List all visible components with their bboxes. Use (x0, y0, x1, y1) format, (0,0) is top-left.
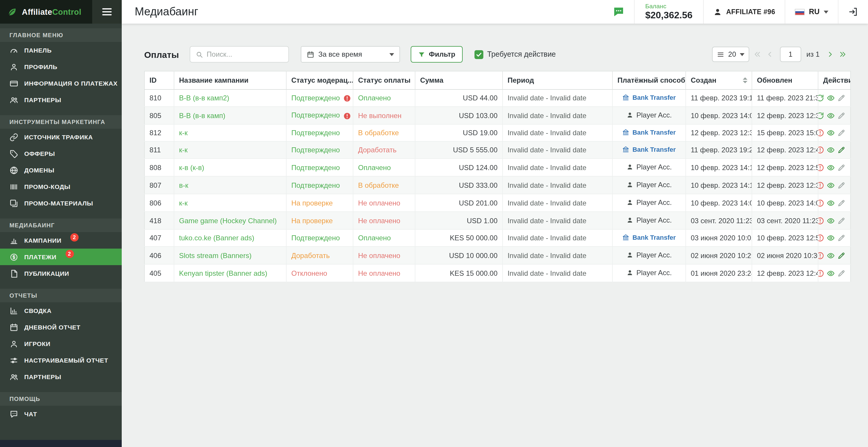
first-page-button[interactable] (753, 50, 762, 59)
campaign-link[interactable]: В-В (в-в камп) (179, 111, 225, 120)
sidebar-item-offers[interactable]: ОФФЕРЫ (0, 145, 122, 162)
eye-icon[interactable] (827, 111, 835, 120)
pencil-icon[interactable] (837, 111, 845, 120)
logo[interactable]: AffiliateControl (0, 0, 92, 24)
alert-icon[interactable] (818, 234, 824, 242)
pencil-icon[interactable] (837, 181, 845, 189)
payment-method-link[interactable]: Bank Transfer (622, 233, 676, 241)
sidebar-item-payment-info[interactable]: ИНФОРМАЦИЯ О ПЛАТЕЖАХ (0, 75, 122, 92)
prev-page-button[interactable] (766, 50, 774, 59)
eye-icon[interactable] (827, 269, 835, 277)
page-size-select[interactable]: 20 (712, 46, 749, 62)
hamburger-menu-button[interactable] (92, 0, 122, 24)
eye-icon[interactable] (827, 163, 835, 171)
alert-icon[interactable] (818, 199, 824, 207)
payment-method-link[interactable]: Bank Transfer (622, 146, 676, 153)
sidebar-item-domains[interactable]: ДОМЕНЫ (0, 162, 122, 178)
notification-badge: 2 (65, 250, 73, 258)
sidebar-item-chat[interactable]: ЧАТ (0, 406, 122, 422)
sidebar-item-summary[interactable]: СВОДКА (0, 302, 122, 319)
pencil-icon[interactable] (837, 234, 845, 242)
sidebar-item-promo-codes[interactable]: ПРОМО-КОДЫ (0, 178, 122, 195)
sidebar-item-traffic-source[interactable]: ИСТОЧНИК ТРАФИКА (0, 129, 122, 145)
eye-icon[interactable] (827, 216, 835, 225)
alert-icon[interactable] (818, 269, 824, 277)
pencil-icon[interactable] (837, 251, 845, 259)
column-header[interactable]: Обновлен (752, 71, 818, 90)
account-menu[interactable]: AFFILIATE #96 (703, 0, 785, 24)
column-header[interactable]: Платёжный способ (613, 71, 686, 90)
alert-icon[interactable] (818, 163, 824, 171)
pencil-icon[interactable] (837, 129, 845, 137)
sidebar-item-partners[interactable]: ПАРТНЕРЫ (0, 92, 122, 108)
sidebar-item-profile[interactable]: ПРОФИЛЬ (0, 59, 122, 75)
eye-icon[interactable] (827, 146, 835, 154)
eye-icon[interactable] (827, 199, 835, 207)
alert-icon[interactable] (818, 251, 824, 259)
payment-method-label: Player Acc. (637, 198, 672, 206)
sidebar-item-daily-report[interactable]: ДНЕВНОЙ ОТЧЕТ (0, 319, 122, 336)
sidebar-item-dashboard[interactable]: ПАНЕЛЬ (0, 42, 122, 59)
search-input[interactable] (207, 50, 283, 59)
sidebar-item-promo-materials[interactable]: ПРОМО-МАТЕРИАЛЫ (0, 195, 122, 212)
sidebar-item-publications[interactable]: ПУБЛИКАЦИИ (0, 265, 122, 282)
last-page-button[interactable] (838, 50, 847, 59)
eye-icon[interactable] (827, 94, 835, 102)
column-header[interactable]: Название кампании (174, 71, 286, 90)
column-header[interactable]: ID (145, 71, 174, 90)
sort-icon[interactable] (743, 77, 747, 83)
payment-method-link[interactable]: Bank Transfer (622, 128, 676, 135)
replay-icon[interactable] (818, 111, 824, 120)
column-header[interactable]: Период (502, 71, 613, 90)
column-header[interactable]: Сумма (415, 71, 502, 90)
eye-icon[interactable] (827, 129, 835, 137)
campaign-link[interactable]: tuko.co.ke (Banner ads) (179, 234, 254, 242)
cell-created: 11 февр. 2023 19:18 (686, 90, 752, 106)
campaign-link[interactable]: к-в (к-в) (179, 163, 204, 171)
campaign-link[interactable]: к-к (179, 129, 188, 137)
page-number-input[interactable] (780, 46, 801, 62)
alert-icon[interactable] (818, 129, 824, 137)
pencil-icon[interactable] (837, 163, 845, 171)
period-select[interactable]: За все время (301, 46, 400, 63)
payment-method-link[interactable]: Bank Transfer (622, 94, 676, 101)
sidebar-item-players[interactable]: ИГРОКИ (0, 336, 122, 352)
column-header[interactable]: Создан (686, 71, 752, 90)
pencil-icon[interactable] (837, 94, 845, 102)
campaign-link[interactable]: к-к (179, 199, 188, 207)
language-selector[interactable]: RU (785, 0, 838, 24)
campaign-link[interactable]: Game game (Hockey Channel) (179, 216, 277, 225)
pencil-icon[interactable] (837, 269, 845, 277)
campaign-link[interactable]: в-к (179, 181, 188, 189)
next-page-button[interactable] (826, 50, 834, 59)
eye-icon[interactable] (827, 251, 835, 259)
campaign-link[interactable]: к-к (179, 146, 188, 154)
chat-button[interactable] (603, 0, 634, 24)
replay-icon[interactable] (818, 94, 824, 102)
logout-button[interactable] (838, 0, 868, 24)
alert-icon[interactable] (818, 216, 824, 225)
column-header[interactable]: Действия (818, 71, 850, 90)
campaign-link[interactable]: Kenyan tipster (Banner ads) (179, 269, 267, 277)
sidebar-item-partners-report[interactable]: ПАРТНЕРЫ (0, 369, 122, 385)
column-header[interactable]: Статус оплаты (353, 71, 415, 90)
sidebar-item-custom-report[interactable]: НАСТРАИВАЕМЫЙ ОТЧЕТ (0, 352, 122, 369)
row-actions (823, 234, 845, 242)
eye-icon[interactable] (827, 181, 835, 189)
pencil-icon[interactable] (837, 146, 845, 154)
action-required-checkbox[interactable] (474, 50, 483, 59)
pencil-icon[interactable] (837, 199, 845, 207)
filter-button[interactable]: Фильтр (411, 46, 463, 63)
alert-icon[interactable] (818, 146, 824, 154)
eye-icon[interactable] (827, 234, 835, 242)
campaign-link[interactable]: В-В (в-в камп2) (179, 94, 229, 102)
chevron-right-icon (826, 50, 834, 59)
sidebar-item-payments[interactable]: ПЛАТЕЖИ2 (0, 249, 122, 265)
sidebar-item-label: ПРОМО-КОДЫ (24, 183, 70, 190)
sidebar-item-campaigns[interactable]: КАМПАНИИ2 (0, 232, 122, 249)
column-header[interactable]: Статус модерац... (286, 71, 353, 90)
pencil-icon[interactable] (837, 216, 845, 225)
cell-moderation-status: Подтверждено (286, 124, 353, 141)
campaign-link[interactable]: Slots stream (Banners) (179, 251, 251, 259)
alert-icon[interactable] (818, 181, 824, 189)
